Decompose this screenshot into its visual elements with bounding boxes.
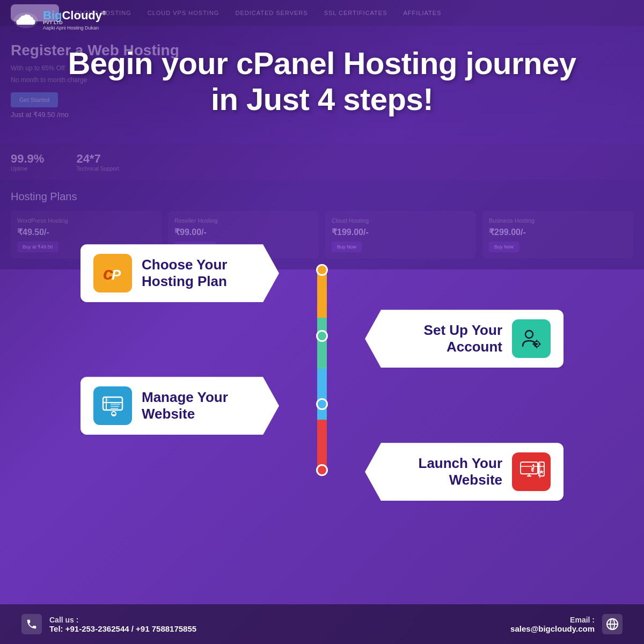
- step-1-text: Choose Your Hosting Plan: [142, 257, 266, 290]
- headline-area: Begin your cPanel Hosting journey in Jus…: [0, 40, 644, 133]
- svg-point-7: [536, 343, 538, 345]
- step-1-label: Choose Your Hosting Plan: [142, 257, 266, 290]
- footer-email-text: Email : sales@bigcloudy.com: [510, 616, 595, 633]
- logo-text: BigCloudy® PVT LTD Aapki Apni Hosting Du…: [43, 10, 106, 31]
- footer: Call us : Tel: +91-253-2362544 / +91 758…: [0, 604, 644, 644]
- footer-contact-left: Call us : Tel: +91-253-2362544 / +91 758…: [21, 614, 196, 634]
- steps-area: c P Choose Your Hosting Plan: [0, 133, 644, 604]
- svg-rect-4: [517, 325, 545, 353]
- main-content: BigCloudy® PVT LTD Aapki Apni Hosting Du…: [0, 0, 644, 644]
- step-card-2: Set Up Your Account: [365, 310, 564, 368]
- step-1-icon: c P: [93, 254, 132, 292]
- step-3-text: Manage Your Website: [142, 389, 266, 422]
- phone-icon: [21, 614, 42, 634]
- step-card-4: Launch Your Website: [365, 443, 564, 501]
- step-2-icon: [512, 319, 551, 358]
- brand-tagline: Aapki Apni Hosting Dukan: [43, 25, 106, 31]
- timeline-dot-4: [316, 464, 328, 476]
- globe-icon: [602, 614, 623, 634]
- step-card-3: Manage Your Website: [80, 377, 279, 435]
- step-4-icon: [512, 452, 551, 491]
- steps-container: c P Choose Your Hosting Plan: [80, 235, 564, 503]
- step-3-icon: [93, 386, 132, 425]
- step-card-1: c P Choose Your Hosting Plan: [80, 244, 279, 302]
- step-4-label: Launch Your Website: [378, 455, 502, 488]
- footer-phone-text: Call us : Tel: +91-253-2362544 / +91 758…: [49, 616, 196, 633]
- svg-point-26: [532, 466, 533, 468]
- timeline-bar: [317, 267, 327, 471]
- timeline-dot-3: [316, 398, 328, 410]
- step-4-text: Launch Your Website: [378, 455, 502, 488]
- main-headline: Begin your cPanel Hosting journey in Jus…: [21, 46, 623, 117]
- logo: BigCloudy® PVT LTD Aapki Apni Hosting Du…: [13, 10, 106, 31]
- footer-contact-right: Email : sales@bigcloudy.com: [510, 614, 623, 634]
- svg-text:P: P: [112, 267, 121, 283]
- timeline-dot-2: [316, 330, 328, 342]
- step-2-text: Set Up Your Account: [378, 322, 502, 355]
- step-2-label: Set Up Your Account: [378, 322, 502, 355]
- logo-area: BigCloudy® PVT LTD Aapki Apni Hosting Du…: [0, 0, 644, 40]
- brand-name: BigCloudy® PVT LTD: [43, 10, 106, 25]
- bigcloudy-logo-icon: [13, 11, 39, 30]
- step-3-label: Manage Your Website: [142, 389, 266, 422]
- timeline-dot-1: [316, 264, 328, 276]
